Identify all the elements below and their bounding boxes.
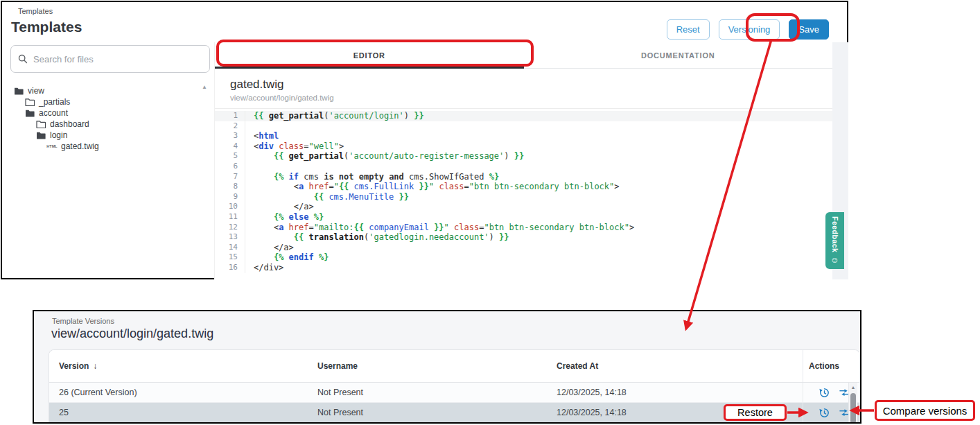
code-line[interactable]: 16 </div> bbox=[215, 263, 832, 273]
annotation-restore: Restore bbox=[724, 404, 787, 421]
annotation-compare-versions: Compare versions bbox=[875, 400, 975, 421]
tree-item-dashboard[interactable]: dashboard bbox=[10, 119, 210, 130]
tree-item-label: login bbox=[50, 130, 67, 140]
search-input[interactable] bbox=[33, 54, 202, 64]
breadcrumb: Templates bbox=[18, 7, 53, 15]
username-cell: Not Present bbox=[308, 403, 547, 422]
line-number: 1 bbox=[215, 111, 245, 121]
versions-title: view/account/login/gated.twig bbox=[51, 327, 213, 341]
code-line[interactable]: 5 {{ get_partial('account/auto-register-… bbox=[215, 151, 832, 162]
feedback-tab[interactable]: Feedback ☺ bbox=[825, 212, 844, 269]
tree-item-label: dashboard bbox=[50, 119, 89, 129]
line-number: 4 bbox=[215, 141, 245, 152]
line-number: 9 bbox=[215, 192, 245, 202]
folder-filled-icon bbox=[35, 131, 46, 139]
smiley-icon: ☺ bbox=[830, 255, 839, 265]
code-line[interactable]: 11 {% else %} bbox=[215, 212, 832, 223]
file-tree: ▲ view _partials account dashboard login… bbox=[10, 85, 210, 152]
code-line[interactable]: 15 {% endif %} bbox=[215, 252, 832, 263]
line-number: 15 bbox=[215, 252, 245, 263]
version-row[interactable]: 26 (Current Version) Not Present 12/03/2… bbox=[49, 383, 859, 403]
code-line[interactable]: 14 </a> bbox=[215, 243, 832, 253]
version-cell: 26 (Current Version) bbox=[49, 383, 308, 402]
code-line[interactable]: 3 <html bbox=[215, 131, 832, 141]
tab-documentation[interactable]: DOCUMENTATION bbox=[524, 42, 833, 68]
file-path: view/account/login/gated.twig bbox=[230, 94, 817, 102]
code-line[interactable]: 6 bbox=[215, 162, 832, 172]
code-line[interactable]: 4 <div class="well"> bbox=[215, 141, 832, 152]
line-number: 6 bbox=[215, 162, 245, 172]
tree-item-label: account bbox=[39, 108, 68, 118]
line-number: 13 bbox=[215, 232, 245, 243]
file-name: gated.twig bbox=[230, 78, 817, 92]
line-number: 2 bbox=[215, 121, 245, 132]
versioning-button[interactable]: Versioning bbox=[719, 19, 780, 40]
line-number: 5 bbox=[215, 151, 245, 162]
editor-panel: EDITORDOCUMENTATION gated.twig view/acco… bbox=[214, 42, 832, 279]
line-number: 7 bbox=[215, 172, 245, 182]
code-line[interactable]: 9 {{ cms.MenuTitle }} bbox=[215, 192, 832, 202]
line-number: 3 bbox=[215, 131, 245, 141]
table-scrollbar[interactable]: ▲ bbox=[848, 383, 857, 424]
code-line[interactable]: 10 </a> bbox=[215, 202, 832, 212]
column-header-username[interactable]: Username bbox=[308, 350, 547, 382]
toolbar: Reset Versioning Save bbox=[667, 19, 829, 40]
feedback-label: Feedback bbox=[831, 216, 839, 252]
tree-item-label: _partials bbox=[39, 97, 70, 107]
page-title: Templates bbox=[11, 19, 82, 35]
save-button[interactable]: Save bbox=[789, 19, 829, 40]
column-header-version[interactable]: Version↓ bbox=[49, 350, 308, 382]
tree-item-_partials[interactable]: _partials bbox=[10, 96, 210, 107]
username-cell: Not Present bbox=[308, 383, 547, 402]
line-number: 11 bbox=[215, 212, 245, 223]
folder-filled-icon bbox=[13, 87, 24, 95]
line-number: 8 bbox=[215, 182, 245, 192]
tree-item-account[interactable]: account bbox=[10, 107, 210, 119]
folder-outline-icon bbox=[35, 120, 46, 128]
column-header-actions[interactable]: Actions bbox=[803, 350, 859, 382]
line-number: 12 bbox=[215, 223, 245, 233]
version-cell: 25 bbox=[49, 403, 308, 422]
sidebar: ▲ view _partials account dashboard login… bbox=[10, 45, 210, 275]
scroll-up-icon[interactable]: ▲ bbox=[202, 84, 207, 90]
line-number: 16 bbox=[215, 263, 245, 273]
sort-desc-icon[interactable]: ↓ bbox=[93, 361, 97, 371]
line-number: 14 bbox=[215, 243, 245, 253]
scroll-up-icon[interactable]: ▲ bbox=[849, 385, 857, 390]
code-line[interactable]: 12 <a href="mailto:{{ companyEmail }}" c… bbox=[215, 223, 832, 233]
created-at-cell: 12/03/2025, 14:18 bbox=[547, 383, 803, 402]
tree-item-label: view bbox=[28, 86, 44, 96]
search-box bbox=[10, 45, 210, 73]
tree-item-label: gated.twig bbox=[61, 141, 99, 151]
editor-header: gated.twig view/account/login/gated.twig bbox=[215, 69, 832, 109]
code-line[interactable]: 7 {% if cms is not empty and cms.ShowIfG… bbox=[215, 172, 832, 182]
folder-filled-icon bbox=[24, 109, 35, 117]
code-line[interactable]: 8 <a href="{{ cms.FullLink }}" class="bt… bbox=[215, 182, 832, 192]
code-line[interactable]: 2 bbox=[215, 121, 832, 132]
tab-editor[interactable]: EDITOR bbox=[215, 42, 524, 68]
versions-header-row: Version↓UsernameCreated AtActions bbox=[49, 350, 859, 383]
code-line[interactable]: 13 {{ translation('gatedlogin.needaccoun… bbox=[215, 232, 832, 243]
restore-icon[interactable] bbox=[819, 407, 830, 419]
tree-item-login[interactable]: login bbox=[10, 130, 210, 141]
restore-icon[interactable] bbox=[819, 387, 830, 399]
code-line[interactable]: 1 {{ get_partial('account/login') }} bbox=[215, 111, 832, 121]
tree-item-view[interactable]: view bbox=[10, 85, 210, 96]
search-icon bbox=[18, 54, 28, 64]
scrollbar-thumb[interactable] bbox=[850, 393, 856, 424]
line-number: 10 bbox=[215, 202, 245, 212]
tab-bar: EDITORDOCUMENTATION bbox=[215, 42, 832, 69]
reset-button[interactable]: Reset bbox=[667, 19, 710, 40]
column-header-created-at[interactable]: Created At bbox=[547, 350, 803, 382]
tree-item-gated.twig[interactable]: HTML gated.twig bbox=[10, 141, 210, 152]
html-file-icon: HTML bbox=[46, 144, 58, 148]
code-area[interactable]: 1 {{ get_partial('account/login') }} 2 3… bbox=[215, 109, 832, 273]
versions-breadcrumb: Template Versions bbox=[52, 317, 114, 325]
folder-outline-icon bbox=[24, 98, 35, 106]
templates-window: Templates Templates Reset Versioning Sav… bbox=[1, 1, 848, 279]
